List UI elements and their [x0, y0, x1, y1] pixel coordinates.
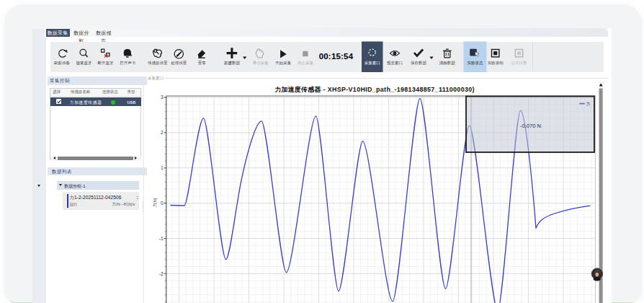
- svg-text:0: 0: [161, 201, 164, 206]
- svg-text:采集窗口: 采集窗口: [148, 76, 164, 81]
- svg-text:-0.070 N: -0.070 N: [520, 123, 541, 129]
- svg-text:2: 2: [161, 130, 164, 135]
- svg-text:-2: -2: [159, 271, 164, 276]
- svg-text:3: 3: [161, 95, 164, 100]
- svg-text:力[N]: 力[N]: [153, 198, 157, 207]
- svg-text:-1: -1: [159, 236, 164, 241]
- svg-text:力: 力: [586, 102, 591, 106]
- svg-text:力加速度传感器 - XHSP-V10HID_path_-19: 力加速度传感器 - XHSP-V10HID_path_-1981348857_1…: [274, 86, 475, 93]
- svg-text:1: 1: [161, 165, 164, 170]
